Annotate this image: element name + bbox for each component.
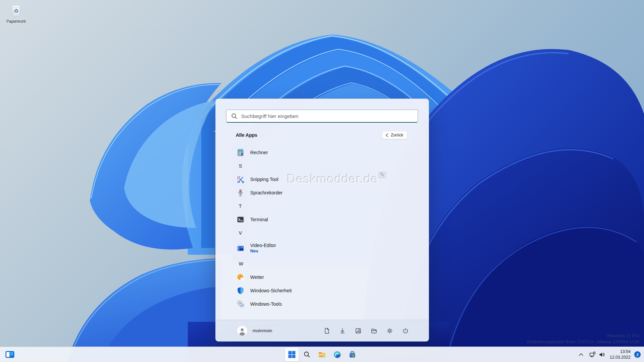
- footer-icons: [322, 326, 410, 336]
- windows-tools-icon: [236, 299, 245, 309]
- start-menu: Alle Apps Zurück: [215, 99, 429, 342]
- section-letter-v[interactable]: V: [236, 226, 409, 240]
- tray-time: 13:54: [609, 349, 631, 354]
- app-label: Windows-Sicherheit: [250, 288, 292, 293]
- start-menu-footer: moinmoin: [216, 320, 429, 341]
- all-apps-title: Alle Apps: [236, 132, 257, 138]
- app-list: Rechner S Snipping Tool: [216, 146, 429, 320]
- notification-count-badge[interactable]: 2: [634, 351, 641, 358]
- file-explorer-folder-icon[interactable]: [370, 326, 378, 336]
- tray-date: 12.03.2022: [609, 355, 631, 360]
- app-item-terminal[interactable]: Terminal: [236, 213, 409, 226]
- edge-icon: [333, 351, 341, 359]
- app-item-sprachrekorder[interactable]: Sprachrekorder: [236, 186, 409, 199]
- search-box: [226, 110, 418, 123]
- speaker-icon: [599, 352, 605, 358]
- file-explorer-icon: [318, 350, 326, 359]
- back-button[interactable]: Zurück: [382, 131, 407, 139]
- user-avatar: [237, 326, 247, 336]
- app-label: Video-Editor: [250, 243, 276, 249]
- screen: ♻ Papierkorb Alle Apps Zurück: [0, 0, 644, 362]
- store-button[interactable]: [345, 348, 359, 361]
- app-label: Terminal: [250, 217, 268, 222]
- neu-badge: Neu: [250, 249, 276, 254]
- section-letter-s[interactable]: S: [236, 159, 409, 173]
- video-editor-icon: [236, 244, 245, 253]
- pictures-icon[interactable]: [354, 326, 363, 336]
- svg-text:♻: ♻: [14, 8, 18, 14]
- network-volume-button[interactable]: [589, 350, 606, 359]
- app-label: Wetter: [250, 275, 264, 280]
- section-letter-w[interactable]: W: [236, 257, 409, 270]
- tray-chevron-up-button[interactable]: [577, 352, 585, 357]
- app-item-snipping-tool[interactable]: Snipping Tool: [236, 173, 409, 186]
- voice-recorder-icon: [236, 188, 245, 197]
- edge-button[interactable]: [330, 348, 344, 361]
- chevron-left-icon: [385, 133, 388, 137]
- user-button[interactable]: moinmoin: [237, 326, 272, 336]
- app-label: Sprachrekorder: [250, 190, 283, 195]
- taskbar-search-icon: [303, 351, 311, 358]
- app-item-windows-sicherheit[interactable]: Windows-Sicherheit: [236, 284, 409, 297]
- app-label: Rechner: [250, 150, 268, 155]
- network-icon: [589, 352, 596, 358]
- snipping-tool-icon: [236, 175, 245, 184]
- taskbar: 13:54 12.03.2022 2: [0, 347, 644, 362]
- start-button[interactable]: [285, 348, 299, 361]
- all-apps-header: Alle Apps Zurück: [236, 131, 407, 139]
- app-item-wetter[interactable]: Wetter: [236, 270, 409, 284]
- app-label: Windows-Tools: [250, 301, 282, 307]
- user-name: moinmoin: [253, 328, 272, 333]
- widgets-icon: [5, 351, 14, 358]
- chevron-up-icon: [579, 353, 584, 356]
- back-button-label: Zurück: [391, 133, 403, 137]
- documents-icon[interactable]: [322, 326, 331, 336]
- microsoft-store-icon: [348, 351, 356, 359]
- clock[interactable]: 13:54 12.03.2022: [609, 349, 631, 360]
- recycle-bin-label: Papierkorb: [3, 19, 30, 24]
- power-icon[interactable]: [401, 326, 410, 336]
- security-shield-icon: [236, 286, 245, 295]
- section-letter-t[interactable]: T: [236, 199, 409, 213]
- file-explorer-button[interactable]: [315, 348, 329, 361]
- widgets-button[interactable]: [4, 349, 15, 360]
- downloads-icon[interactable]: [338, 326, 347, 336]
- taskbar-search-button[interactable]: [300, 348, 314, 361]
- system-tray: 13:54 12.03.2022 2: [577, 347, 641, 362]
- app-item-video-editor[interactable]: Video-Editor Neu: [236, 240, 409, 257]
- weather-icon: [236, 273, 245, 282]
- settings-gear-icon[interactable]: [385, 326, 394, 336]
- app-label: Snipping Tool: [250, 177, 278, 182]
- recycle-bin-desktop-icon[interactable]: ♻ Papierkorb: [3, 3, 30, 24]
- calculator-icon: [236, 148, 245, 157]
- windows-start-icon: [288, 351, 296, 358]
- app-item-rechner[interactable]: Rechner: [236, 146, 409, 159]
- app-item-windows-tools[interactable]: Windows-Tools: [236, 297, 409, 311]
- search-input[interactable]: [226, 110, 418, 123]
- terminal-icon: [236, 215, 245, 224]
- recycle-bin-icon: ♻: [9, 3, 23, 17]
- taskbar-center: [285, 348, 359, 361]
